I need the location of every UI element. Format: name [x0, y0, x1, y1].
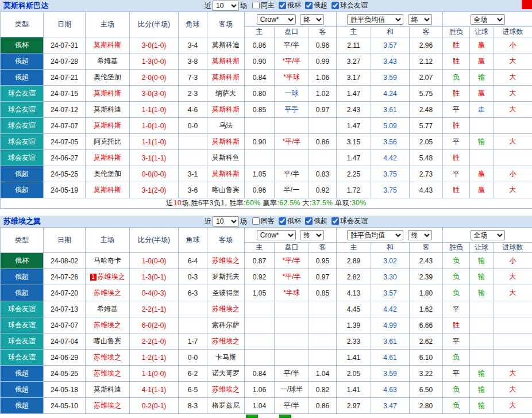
odds-company-select[interactable]: Crow* [257, 230, 296, 240]
away-team-name[interactable]: 苏维埃之 [212, 256, 240, 264]
away-team-name[interactable]: 莫斯科斯 [212, 137, 240, 145]
home-team-name[interactable]: 奥伦堡加 [94, 73, 121, 81]
home-team-name[interactable]: 莫斯科斯 [94, 89, 121, 97]
away-team-name[interactable]: 卡马斯 [215, 353, 236, 361]
away-team-name[interactable]: 苏维埃之 [212, 305, 240, 313]
away-team-name[interactable]: 莫斯科迪 [212, 41, 240, 49]
away-team-name[interactable]: 格罗兹尼 [212, 401, 240, 409]
odds-final-select[interactable]: 终 [300, 14, 324, 25]
home-team-name[interactable]: 莫斯科斯 [94, 154, 121, 162]
avg-type-select[interactable]: 胜平负均值 [347, 230, 403, 240]
checkbox-input[interactable] [305, 2, 313, 9]
away-team-name[interactable]: 纳萨夫 [215, 89, 236, 97]
away-team-name[interactable]: 莫斯科斯 [212, 170, 240, 178]
league-filter-checkbox[interactable]: 俄杯 [279, 216, 301, 226]
home-team-name[interactable]: 苏维埃之 [94, 353, 121, 361]
home-team[interactable]: 莫斯科斯 [86, 37, 130, 53]
home-team[interactable]: 希姆基 [86, 301, 130, 317]
home-team[interactable]: 喀山鲁宾 [86, 333, 130, 350]
home-team[interactable]: 苏维埃之 [86, 350, 130, 366]
home-team-name[interactable]: 希姆基 [97, 57, 118, 65]
away-team[interactable]: 喀山鲁宾 [207, 182, 245, 198]
league-filter-checkbox[interactable]: 同客 [252, 216, 275, 226]
away-team-name[interactable]: 喀山鲁宾 [212, 186, 240, 194]
home-team[interactable]: 1苏维埃之 [86, 269, 130, 285]
home-team-name[interactable]: 莫斯科斯 [94, 41, 121, 49]
away-team-name[interactable]: 莫斯科斯 [212, 73, 240, 81]
home-team-name[interactable]: 阿克托比 [94, 137, 121, 145]
home-team[interactable]: 马哈奇卡 [86, 253, 130, 269]
league-filter-checkbox[interactable]: 俄超 [305, 1, 327, 10]
home-team[interactable]: 莫斯科斯 [86, 86, 130, 102]
away-team[interactable]: 索科尔萨 [207, 317, 245, 333]
away-team-name[interactable]: 莫斯科鱼 [212, 154, 240, 162]
home-team[interactable]: 苏维埃之 [86, 317, 130, 333]
home-team-name[interactable]: 马哈奇卡 [94, 256, 121, 264]
home-team-name[interactable]: 莫斯科迪 [94, 385, 121, 393]
home-team-name[interactable]: 莫斯科斯 [94, 121, 121, 129]
away-team-name[interactable]: 莫斯科斯 [212, 105, 240, 113]
home-team-name[interactable]: 希姆基 [97, 305, 118, 313]
home-team[interactable]: 莫斯科迪 [86, 382, 130, 398]
checkbox-input[interactable] [331, 2, 339, 9]
checkbox-input[interactable] [252, 2, 260, 9]
league-filter-checkbox[interactable]: 球会友谊 [331, 216, 368, 226]
away-team-name[interactable]: 诺夫哥罗 [212, 369, 240, 377]
away-team-name[interactable]: 圣彼得堡 [212, 289, 240, 297]
away-team[interactable]: 苏维埃之 [207, 301, 245, 317]
away-team[interactable]: 苏维埃之 [207, 333, 245, 350]
away-team-name[interactable]: 索科尔萨 [212, 321, 240, 329]
avg-final-select[interactable]: 终 [408, 14, 432, 25]
away-team[interactable]: 莫斯科斯 [207, 102, 245, 118]
away-team[interactable]: 乌法 [207, 118, 245, 134]
scope-select[interactable]: 全场 [471, 14, 505, 25]
league-filter-checkbox[interactable]: 俄超 [305, 216, 327, 226]
checkbox-input[interactable] [279, 217, 286, 225]
away-team[interactable]: 莫斯科迪 [207, 37, 245, 53]
home-team-name[interactable]: 莫斯科斯 [94, 186, 121, 194]
league-filter-checkbox[interactable]: 俄杯 [279, 1, 301, 10]
home-team-name[interactable]: 苏维埃之 [94, 369, 121, 377]
away-team-name[interactable]: 罗斯托夫 [212, 273, 240, 281]
home-team[interactable]: 阿克托比 [86, 134, 130, 150]
home-team[interactable]: 苏维埃之 [86, 366, 130, 382]
away-team[interactable]: 苏维埃之 [207, 253, 245, 269]
home-team[interactable]: 莫斯科斯 [86, 150, 130, 166]
home-team[interactable]: 奥伦堡加 [86, 70, 130, 86]
home-team-name[interactable]: 苏维埃之 [94, 401, 121, 409]
away-team[interactable]: 纳萨夫 [207, 86, 245, 102]
recent-count-select[interactable]: 10 [213, 1, 239, 11]
home-team[interactable]: 莫斯科斯 [86, 182, 130, 198]
home-team[interactable]: 希姆基 [86, 53, 130, 70]
scope-select[interactable]: 全场 [471, 230, 505, 240]
away-team-name[interactable]: 莫斯科斯 [212, 57, 240, 65]
away-team[interactable]: 圣彼得堡 [207, 285, 245, 301]
away-team[interactable]: 莫斯科鱼 [207, 150, 245, 166]
home-team[interactable]: 苏维埃之 [86, 285, 130, 301]
home-team-name[interactable]: 苏维埃之 [94, 289, 121, 297]
away-team[interactable]: 格罗兹尼 [207, 398, 245, 414]
odds-company-select[interactable]: Crow* [257, 14, 296, 25]
away-team-name[interactable]: 乌法 [219, 121, 233, 129]
home-team[interactable]: 莫斯科迪 [86, 102, 130, 118]
away-team[interactable]: 苏维埃之 [207, 382, 245, 398]
home-team[interactable]: 莫斯科斯 [86, 118, 130, 134]
home-team-name[interactable]: 苏维埃之 [98, 273, 125, 281]
checkbox-input[interactable] [252, 217, 260, 225]
home-team-name[interactable]: 苏维埃之 [94, 321, 121, 329]
home-team[interactable]: 奥伦堡加 [86, 166, 130, 182]
avg-type-select[interactable]: 胜平负均值 [347, 14, 403, 25]
league-filter-checkbox[interactable]: 同主 [252, 1, 275, 10]
avg-final-select[interactable]: 终 [408, 230, 432, 240]
checkbox-input[interactable] [305, 217, 313, 225]
checkbox-input[interactable] [279, 2, 286, 9]
away-team[interactable]: 诺夫哥罗 [207, 366, 245, 382]
away-team[interactable]: 莫斯科斯 [207, 53, 245, 70]
recent-count-select[interactable]: 10 [213, 216, 239, 227]
home-team[interactable]: 苏维埃之 [86, 398, 130, 414]
home-team-name[interactable]: 喀山鲁宾 [94, 337, 121, 345]
away-team[interactable]: 罗斯托夫 [207, 269, 245, 285]
away-team[interactable]: 卡马斯 [207, 350, 245, 366]
home-team-name[interactable]: 莫斯科迪 [94, 105, 121, 113]
odds-final-select[interactable]: 终 [300, 230, 324, 240]
